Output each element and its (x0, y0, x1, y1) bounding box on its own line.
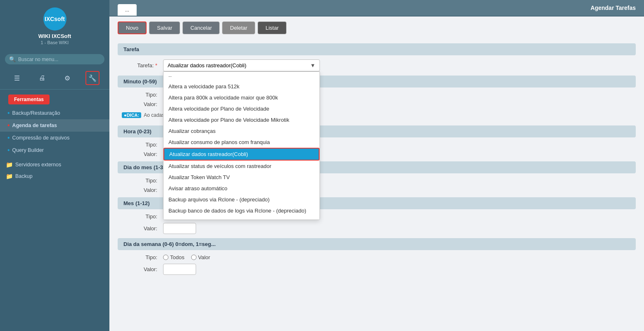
cancelar-button[interactable]: Cancelar (182, 21, 220, 34)
settings-icon: ⚙ (64, 74, 70, 82)
sidebar-icons-row: ☰ 🖨 ⚙ 🔧 (0, 69, 109, 90)
folder-icon-servidores: 📁 (6, 161, 13, 168)
dia-semana-tipo-row: Tipo: Todos Valor (118, 254, 636, 260)
hora-tipo-label: Tipo: (122, 142, 163, 148)
topbar-tabs: ... (118, 0, 137, 16)
main-content: ... Agendar Tarefas Novo Salvar Cancelar… (109, 0, 644, 331)
dia-semana-valor-row: Valor: (118, 264, 636, 275)
topbar-tab-label: ... (125, 7, 129, 13)
dia-semana-valor-label: Valor: (122, 266, 163, 272)
dia-semana-tipo-label: Tipo: (122, 254, 163, 260)
dia-semana-radio-valor-input[interactable] (191, 255, 197, 260)
hora-valor-label: Valor: (122, 151, 163, 157)
dia-mes-tipo-label: Tipo: (122, 177, 163, 184)
dropdown-item-6[interactable]: Atualizar dados rastreador(Cobli) (163, 148, 320, 161)
tip-label: ●DICA: (122, 112, 141, 118)
nav-dot-3: • (7, 134, 10, 142)
dia-semana-tipo-radio-group: Todos Valor (163, 254, 210, 260)
dia-semana-radio-todos-input[interactable] (163, 255, 168, 260)
tarefa-label: Tarefa: * (122, 62, 163, 69)
sidebar-folder-label-backup: Backup (15, 173, 33, 179)
sidebar-folder-backup[interactable]: 📁 Backup (0, 170, 109, 182)
sidebar-nav: • Backup/Restauração • Agenda de tarefas… (0, 107, 109, 159)
topbar: ... Agendar Tarefas (109, 0, 644, 17)
dropdown-separator: -- (163, 72, 320, 81)
form-area: Tarefa Tarefa: * Atualizar dados rastrea… (109, 39, 644, 331)
sidebar-section-label: Ferramentas (8, 95, 50, 104)
tarefa-required: * (155, 62, 157, 69)
dropdown-item-0[interactable]: Altera a velocidade para 512k (163, 81, 320, 92)
sidebar-item-query-builder[interactable]: • Query Builder (0, 144, 109, 156)
dropdown-item-1[interactable]: Altera para 800k a velocidade maior que … (163, 92, 320, 103)
dropdown-item-12[interactable]: Backup banco de dados via Mega - (deprec… (163, 216, 320, 220)
sidebar: IXCsoft WIKI IXCSoft 1 - Base WIKI 🔍 ☰ 🖨… (0, 0, 109, 331)
dropdown-item-8[interactable]: Atualizar Token Watch TV (163, 172, 320, 183)
listar-button[interactable]: Listar (258, 21, 286, 34)
chevron-down-icon: ▼ (310, 62, 315, 69)
wrench-icon: 🔧 (88, 74, 97, 82)
list-icon-btn[interactable]: ☰ (10, 71, 24, 85)
sidebar-item-agenda[interactable]: • Agenda de tarefas (0, 119, 109, 132)
tarefa-selected-value: Atualizar dados rastreador(Cobli) (168, 62, 246, 69)
tarefa-select-wrapper: Atualizar dados rastreador(Cobli) ▼ -- A… (163, 59, 320, 71)
sidebar-logo: IXCsoft (43, 7, 66, 31)
topbar-tab-main[interactable]: ... (118, 4, 137, 16)
novo-button[interactable]: Novo (118, 21, 147, 34)
dropdown-item-11[interactable]: Backup banco de dados de logs via Rclone… (163, 205, 320, 216)
nav-dot-2: • (7, 122, 10, 129)
wrench-icon-btn[interactable]: 🔧 (85, 71, 99, 85)
dropdown-item-4[interactable]: Atualizar cobranças (163, 125, 320, 137)
search-icon: 🔍 (9, 56, 16, 62)
sidebar-item-label-compressao: Compressão de arquivos (12, 135, 70, 141)
search-input[interactable] (18, 57, 100, 62)
mes-valor-input[interactable] (163, 223, 196, 234)
sidebar-search-container[interactable]: 🔍 (5, 54, 104, 64)
mes-valor-row: Valor: (118, 223, 636, 234)
sidebar-folder-label-servidores: Servidores externos (15, 162, 61, 168)
sidebar-item-compressao[interactable]: • Compressão de arquivos (0, 132, 109, 144)
page-title: Agendar Tarefas (591, 5, 636, 11)
sidebar-title: WIKI IXCSoft (38, 33, 71, 39)
deletar-button[interactable]: Deletar (222, 21, 255, 34)
dropdown-item-7[interactable]: Atualizar status de veículos com rastrea… (163, 161, 320, 172)
mes-tipo-label: Tipo: (122, 213, 163, 220)
section-dia-semana-header: Dia da semana (0-6) 0=dom, 1=seg... (118, 238, 636, 250)
tarefa-dropdown[interactable]: -- Altera a velocidade para 512k Altera … (163, 71, 320, 220)
nav-dot-4: • (7, 147, 10, 154)
sidebar-logo-area: IXCsoft WIKI IXCSoft 1 - Base WIKI (0, 0, 109, 50)
list-icon: ☰ (14, 74, 20, 82)
sidebar-subtitle: 1 - Base WIKI (41, 40, 69, 45)
print-icon-btn[interactable]: 🖨 (35, 71, 49, 85)
dropdown-item-2[interactable]: Altera velocidade por Plano de Velocidad… (163, 103, 320, 114)
dia-semana-radio-todos[interactable]: Todos (163, 254, 185, 260)
dropdown-item-3[interactable]: Altera velocidade por Plano de Velocidad… (163, 114, 320, 125)
minuto-tipo-label: Tipo: (122, 92, 163, 98)
dropdown-item-10[interactable]: Backup arquivos via Rclone - (depreciado… (163, 194, 320, 205)
section-tarefa-header: Tarefa (118, 43, 636, 55)
dia-semana-valor-input[interactable] (163, 264, 196, 275)
dia-semana-radio-valor[interactable]: Valor (191, 254, 210, 260)
salvar-button[interactable]: Salvar (149, 21, 180, 34)
settings-icon-btn[interactable]: ⚙ (60, 71, 74, 85)
minuto-valor-label: Valor: (122, 101, 163, 107)
sidebar-item-backup[interactable]: • Backup/Restauração (0, 107, 109, 119)
tarefa-row: Tarefa: * Atualizar dados rastreador(Cob… (118, 59, 636, 71)
toolbar: Novo Salvar Cancelar Deletar Listar (109, 17, 644, 39)
dia-mes-valor-label: Valor: (122, 187, 163, 193)
print-icon: 🖨 (39, 74, 45, 82)
mes-valor-label: Valor: (122, 225, 163, 232)
sidebar-item-label-backup: Backup/Restauração (12, 110, 60, 116)
sidebar-item-label-agenda: Agenda de tarefas (12, 123, 57, 128)
sidebar-folder-servidores[interactable]: 📁 Servidores externos (0, 159, 109, 170)
sidebar-item-label-query: Query Builder (12, 147, 44, 153)
nav-dot-1: • (7, 109, 10, 117)
folder-icon-backup: 📁 (6, 173, 13, 180)
tarefa-select[interactable]: Atualizar dados rastreador(Cobli) ▼ (163, 59, 320, 71)
dropdown-item-9[interactable]: Avisar atraso automático (163, 183, 320, 194)
dropdown-item-5[interactable]: Atualizar consumo de planos com franquia (163, 137, 320, 148)
